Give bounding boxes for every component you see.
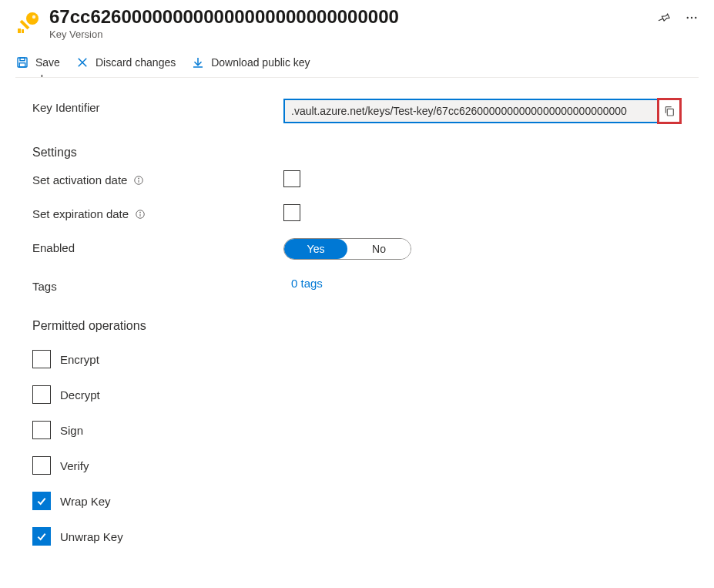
operation-row: Unwrap Key: [32, 527, 682, 546]
key-identifier-field[interactable]: [283, 99, 659, 123]
svg-rect-15: [667, 109, 673, 116]
download-label: Download public key: [211, 56, 310, 69]
enabled-toggle[interactable]: Yes No: [283, 238, 411, 260]
operation-checkbox[interactable]: [32, 527, 51, 546]
operation-checkbox[interactable]: [32, 350, 51, 368]
operation-label: Decrypt: [60, 388, 100, 402]
settings-heading: Settings: [32, 146, 682, 160]
page-subtitle: Key Version: [49, 29, 648, 40]
discard-label: Discard changes: [96, 56, 176, 69]
svg-rect-4: [22, 29, 24, 33]
operation-checkbox[interactable]: [32, 492, 51, 510]
operation-row: Verify: [32, 456, 682, 475]
svg-rect-3: [18, 29, 21, 33]
operation-checkbox[interactable]: [32, 385, 51, 404]
svg-point-18: [139, 177, 139, 178]
toolbar: Save Discard changes Download public key: [15, 49, 699, 78]
operation-label: Encrypt: [60, 353, 99, 366]
discard-button[interactable]: Discard changes: [75, 55, 176, 69]
info-icon[interactable]: [133, 175, 144, 186]
activation-date-checkbox[interactable]: [283, 170, 300, 187]
expiration-date-checkbox[interactable]: [283, 204, 300, 221]
save-button[interactable]: Save: [15, 55, 60, 69]
svg-point-6: [691, 17, 692, 18]
key-icon: [15, 11, 40, 35]
svg-point-21: [140, 211, 141, 212]
operation-label: Sign: [60, 424, 83, 437]
enabled-no[interactable]: No: [347, 239, 411, 259]
permitted-heading: Permitted operations: [32, 319, 682, 333]
key-identifier-label: Key Identifier: [32, 98, 283, 114]
copy-icon[interactable]: [663, 105, 675, 117]
svg-rect-9: [20, 58, 25, 61]
activation-date-label: Set activation date: [32, 170, 283, 186]
operation-row: Encrypt: [32, 350, 682, 368]
permitted-operations-list: EncryptDecryptSignVerifyWrap KeyUnwrap K…: [32, 350, 682, 546]
operation-label: Unwrap Key: [60, 530, 123, 543]
download-button[interactable]: Download public key: [191, 55, 310, 69]
svg-point-7: [695, 17, 696, 18]
svg-point-0: [26, 12, 39, 25]
expiration-date-label: Set expiration date: [32, 204, 283, 220]
operation-label: Wrap Key: [60, 495, 111, 508]
svg-point-1: [32, 15, 35, 18]
operation-label: Verify: [60, 459, 89, 472]
operation-row: Wrap Key: [32, 492, 682, 510]
svg-rect-10: [19, 63, 25, 67]
operation-row: Sign: [32, 421, 682, 439]
svg-point-5: [687, 17, 689, 18]
operation-row: Decrypt: [32, 385, 682, 404]
save-label: Save: [35, 56, 60, 69]
more-icon[interactable]: [685, 11, 699, 25]
page-title: 67cc626000000000000000000000000000: [49, 6, 648, 28]
key-identifier-input[interactable]: [285, 100, 657, 122]
tags-label: Tags: [32, 277, 283, 293]
enabled-label: Enabled: [32, 238, 283, 254]
tags-link[interactable]: 0 tags: [283, 277, 323, 290]
enabled-yes[interactable]: Yes: [284, 239, 347, 259]
info-icon[interactable]: [135, 209, 146, 220]
copy-highlight: [657, 98, 682, 124]
updated-label: Updated: [32, 75, 682, 81]
pin-icon[interactable]: [657, 11, 671, 25]
operation-checkbox[interactable]: [32, 456, 51, 475]
operation-checkbox[interactable]: [32, 421, 51, 439]
